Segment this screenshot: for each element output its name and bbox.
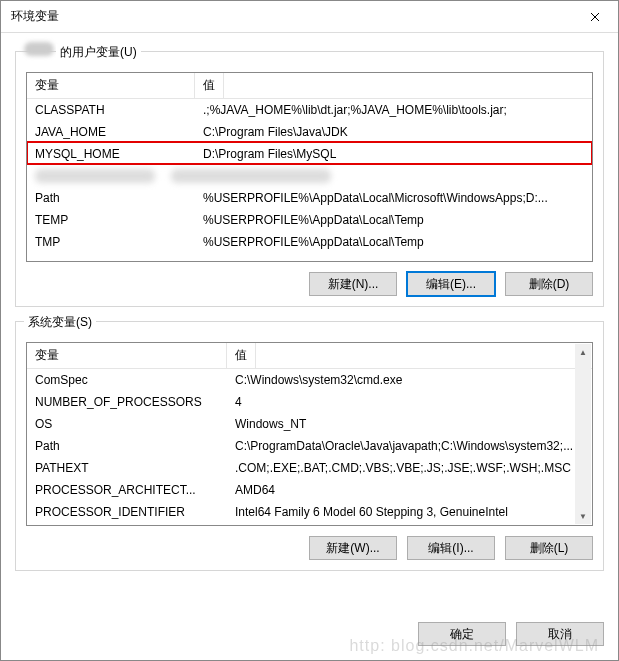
environment-variables-dialog: 环境变量 的用户变量(U) 变量 值 CLASSPATH .;%JAVA_HOM… — [0, 0, 619, 661]
system-variables-table[interactable]: 变量 值 ComSpec C:\Windows\system32\cmd.exe… — [26, 342, 593, 526]
dialog-content: 的用户变量(U) 变量 值 CLASSPATH .;%JAVA_HOME%\li… — [1, 33, 618, 622]
system-variables-group: 系统变量(S) 变量 值 ComSpec C:\Windows\system32… — [15, 321, 604, 571]
delete-system-var-button[interactable]: 删除(L) — [505, 536, 593, 560]
titlebar: 环境变量 — [1, 1, 618, 33]
scrollbar-track[interactable] — [575, 360, 591, 508]
user-name-blurred — [24, 42, 54, 56]
system-buttons: 新建(W)... 编辑(I)... 删除(L) — [26, 526, 593, 560]
scrollbar[interactable]: ▲ ▼ — [575, 344, 591, 524]
table-row[interactable]: TEMP %USERPROFILE%\AppData\Local\Temp — [27, 209, 592, 231]
table-row[interactable]: TMP %USERPROFILE%\AppData\Local\Temp — [27, 231, 592, 253]
delete-user-var-button[interactable]: 删除(D) — [505, 272, 593, 296]
user-buttons: 新建(N)... 编辑(E)... 删除(D) — [26, 262, 593, 296]
table-row[interactable]: PROCESSOR_ARCHITECT... AMD64 — [27, 479, 592, 501]
table-header: 变量 值 — [27, 343, 592, 369]
close-icon — [590, 12, 600, 22]
new-system-var-button[interactable]: 新建(W)... — [309, 536, 397, 560]
scroll-up-icon[interactable]: ▲ — [575, 344, 591, 360]
user-variables-label: 的用户变量(U) — [56, 44, 141, 61]
col-name[interactable]: 变量 — [27, 343, 227, 368]
table-row[interactable]: MYSQL_HOME D:\Program Files\MySQL — [27, 143, 592, 165]
table-row[interactable]: Path %USERPROFILE%\AppData\Local\Microso… — [27, 187, 592, 209]
table-row[interactable]: NUMBER_OF_PROCESSORS 4 — [27, 391, 592, 413]
table-row[interactable]: ComSpec C:\Windows\system32\cmd.exe — [27, 369, 592, 391]
edit-user-var-button[interactable]: 编辑(E)... — [407, 272, 495, 296]
table-row[interactable]: PROCESSOR_IDENTIFIER Intel64 Family 6 Mo… — [27, 501, 592, 523]
edit-system-var-button[interactable]: 编辑(I)... — [407, 536, 495, 560]
table-row[interactable]: PATHEXT .COM;.EXE;.BAT;.CMD;.VBS;.VBE;.J… — [27, 457, 592, 479]
dialog-title: 环境变量 — [11, 8, 59, 25]
table-header: 变量 值 — [27, 73, 592, 99]
system-variables-label: 系统变量(S) — [24, 314, 96, 331]
user-variables-table[interactable]: 变量 值 CLASSPATH .;%JAVA_HOME%\lib\dt.jar;… — [26, 72, 593, 262]
table-row[interactable]: CLASSPATH .;%JAVA_HOME%\lib\dt.jar;%JAVA… — [27, 99, 592, 121]
watermark: http: blog.csdn.net/MarvelWLM — [349, 637, 599, 655]
table-row[interactable]: Path C:\ProgramData\Oracle\Java\javapath… — [27, 435, 592, 457]
table-row-obscured[interactable] — [27, 165, 592, 187]
col-name[interactable]: 变量 — [27, 73, 195, 98]
close-button[interactable] — [572, 1, 618, 33]
col-value[interactable]: 值 — [195, 73, 224, 98]
scroll-down-icon[interactable]: ▼ — [575, 508, 591, 524]
table-row[interactable]: JAVA_HOME C:\Program Files\Java\JDK — [27, 121, 592, 143]
col-value[interactable]: 值 — [227, 343, 256, 368]
new-user-var-button[interactable]: 新建(N)... — [309, 272, 397, 296]
table-body: CLASSPATH .;%JAVA_HOME%\lib\dt.jar;%JAVA… — [27, 99, 592, 257]
table-row[interactable]: OS Windows_NT — [27, 413, 592, 435]
table-body: ComSpec C:\Windows\system32\cmd.exe NUMB… — [27, 369, 592, 526]
user-variables-group: 的用户变量(U) 变量 值 CLASSPATH .;%JAVA_HOME%\li… — [15, 51, 604, 307]
